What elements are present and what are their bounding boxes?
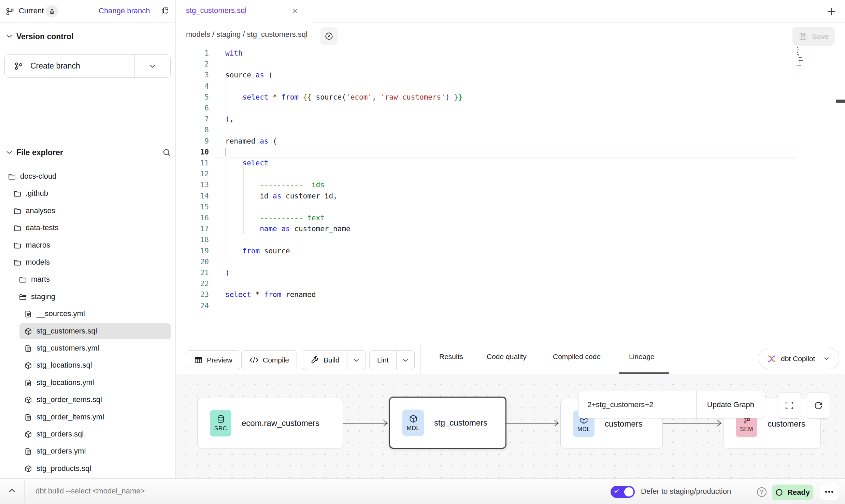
tree-item-label: __sources.yml	[37, 309, 85, 318]
tree-item-label: marts	[31, 275, 50, 284]
code-line[interactable]: name as customer_name	[225, 223, 350, 234]
tree-item-stg-locations-yml[interactable]: stg_locations.yml	[0, 374, 176, 391]
new-tab-plus-icon[interactable]	[826, 6, 837, 17]
cube-icon	[409, 414, 418, 424]
tab-results[interactable]: Results	[439, 353, 463, 361]
code-line[interactable]: ---------- ids	[225, 179, 325, 190]
file-explorer-chevron-icon[interactable]	[5, 150, 13, 155]
database-icon	[216, 414, 226, 424]
scrollbar-thumb[interactable]	[836, 100, 845, 103]
compile-button[interactable]: Compile	[241, 350, 297, 370]
tree-item-stg-customers-yml[interactable]: stg_customers.yml	[0, 340, 176, 357]
code-line[interactable]: from source	[225, 246, 290, 256]
create-branch-dropdown[interactable]	[135, 55, 170, 77]
fullscreen-button[interactable]	[778, 392, 801, 419]
code-line[interactable]: select	[225, 158, 268, 168]
lint-button[interactable]: Lint	[370, 351, 396, 370]
tab-lineage[interactable]: Lineage	[629, 353, 655, 361]
help-icon[interactable]: ?	[757, 487, 767, 497]
code-line[interactable]: select * from renamed	[225, 289, 316, 300]
compass-icon	[324, 31, 334, 41]
code-editor[interactable]: 1with23source as (45 select * from {{ so…	[176, 46, 845, 344]
line-number: 3	[176, 70, 209, 80]
tabbar-empty-area	[312, 0, 845, 23]
version-control-chevron-icon[interactable]	[5, 34, 13, 39]
lint-dropdown[interactable]	[396, 351, 414, 370]
badge-label: SEM	[740, 426, 753, 433]
tree-item-data-tests[interactable]: data-tests	[0, 220, 176, 237]
table-icon	[194, 356, 203, 365]
copy-icon[interactable]	[160, 6, 170, 16]
code-line[interactable]: source as (	[225, 70, 273, 80]
tree-item--sources-yml[interactable]: __sources.yml	[0, 306, 176, 323]
code-line[interactable]: with	[225, 48, 243, 59]
explore-compass-button[interactable]	[320, 27, 338, 45]
lineage-selector-input[interactable]	[578, 391, 696, 418]
tree-item-stg-order-items-sql[interactable]: stg_order_items.sql	[0, 391, 176, 409]
editor-tabbar: stg_customers.sql	[176, 0, 845, 23]
editor-toolbar: Preview Compile Build	[176, 344, 845, 374]
code-line[interactable]: select * from {{ source('ecom', 'raw_cus…	[225, 92, 462, 103]
dbt-copilot-label: dbt Copilot	[781, 355, 815, 363]
lineage-node-stg-customers[interactable]: MDLstg_customers	[389, 397, 506, 449]
create-branch-main[interactable]: Create branch	[5, 55, 135, 77]
tree-item-stg-customers-sql[interactable]: stg_customers.sql	[0, 323, 176, 340]
code-line[interactable]: ),	[225, 114, 234, 124]
lineage-canvas[interactable]: SRCecom.raw_customersMDLstg_customersMDL…	[176, 374, 845, 478]
badge-label: MDL	[407, 425, 419, 432]
code-line[interactable]: id as customer_id,	[225, 191, 338, 202]
tree-item-stg-orders-yml[interactable]: stg_orders.yml	[0, 443, 176, 460]
build-dropdown[interactable]	[347, 351, 365, 370]
dbt-copilot-button[interactable]: dbt Copilot	[759, 348, 839, 369]
tree-item-label: analyses	[26, 206, 55, 215]
model-icon	[24, 465, 32, 473]
tab-compiled-code[interactable]: Compiled code	[553, 353, 601, 361]
update-graph-button[interactable]: Update Graph	[696, 391, 765, 418]
preview-button[interactable]: Preview	[186, 350, 240, 370]
line-number: 16	[176, 212, 209, 223]
code-line[interactable]: )	[225, 267, 230, 278]
create-branch-button[interactable]: Create branch	[4, 54, 171, 78]
lineage-node-ecom-raw-customers[interactable]: SRCecom.raw_customers	[197, 398, 343, 448]
build-button[interactable]: Build	[303, 351, 347, 370]
tree-item-staging[interactable]: staging	[0, 288, 176, 306]
branch-bar: Current Change branch	[0, 0, 176, 23]
change-branch-link[interactable]: Change branch	[99, 6, 150, 15]
more-options-button[interactable]: •••	[820, 483, 839, 501]
tree-item-analyses[interactable]: analyses	[0, 203, 176, 220]
code-line[interactable]: ---------- text	[225, 212, 325, 223]
tree-item-stg-order-items-yml[interactable]: stg_order_items.yml	[0, 409, 176, 426]
tree-item-stg-products-sql[interactable]: stg_products.sql	[0, 460, 176, 477]
tree-item-marts[interactable]: marts	[0, 271, 176, 288]
tree-item-stg-locations-sql[interactable]: stg_locations.sql	[0, 357, 176, 374]
tree-item--github[interactable]: .github	[0, 185, 176, 202]
main-panel: stg_customers.sql models / staging / stg…	[176, 0, 845, 478]
save-button[interactable]: Save	[792, 27, 835, 46]
tree-item-stg-orders-sql[interactable]: stg_orders.sql	[0, 426, 176, 443]
code-line[interactable]: renamed as (	[225, 136, 277, 147]
minimap[interactable]	[797, 47, 813, 67]
chevron-up-icon[interactable]	[8, 488, 16, 494]
chevron-down-icon	[149, 64, 156, 69]
ready-status-button[interactable]: Ready	[772, 485, 813, 500]
tab-code-quality[interactable]: Code quality	[487, 353, 527, 361]
mdl-badge: MDL	[402, 410, 424, 436]
close-icon[interactable]	[292, 8, 299, 14]
build-label: Build	[324, 356, 340, 364]
chevron-down-icon	[823, 356, 830, 361]
save-icon	[798, 32, 808, 41]
refresh-button[interactable]	[807, 392, 830, 419]
file-icon	[24, 310, 32, 318]
search-icon[interactable]	[162, 148, 172, 158]
lineage-edge	[663, 419, 724, 427]
tree-item-label: stg_locations.sql	[37, 361, 92, 370]
tree-item-docs-cloud[interactable]: docs-cloud	[0, 168, 176, 185]
defer-toggle[interactable]	[611, 486, 635, 498]
tree-item-macros[interactable]: macros	[0, 237, 176, 254]
tree-item-models[interactable]: models	[0, 254, 176, 271]
tree-item-label: data-tests	[26, 223, 59, 232]
tree-item-label: models	[26, 258, 50, 267]
tab-stg-customers-sql[interactable]: stg_customers.sql	[176, 0, 312, 23]
lock-icon	[49, 9, 55, 14]
command-input[interactable]: dbt build --select <model_name>	[35, 487, 145, 495]
